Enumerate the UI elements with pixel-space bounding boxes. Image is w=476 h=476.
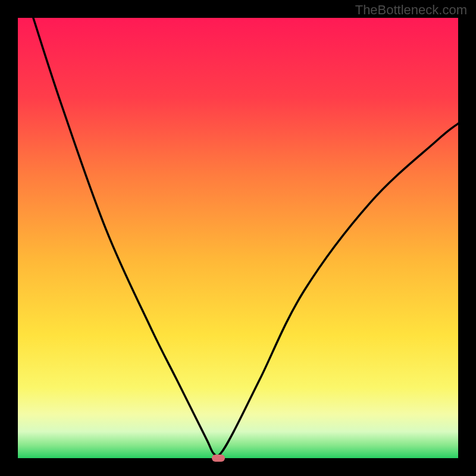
watermark: TheBottleneck.com <box>355 2 467 18</box>
chart-curve <box>18 18 458 458</box>
chart-area <box>18 18 458 458</box>
optimal-point-marker <box>212 455 225 462</box>
